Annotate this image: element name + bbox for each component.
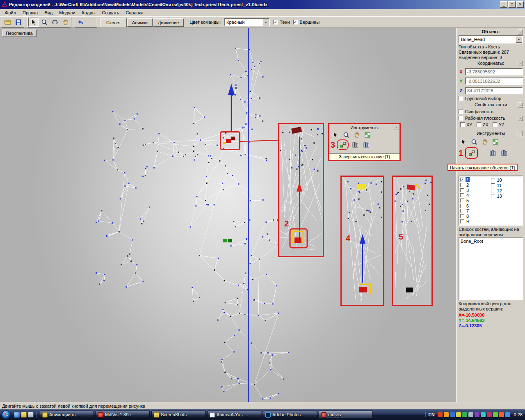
pan-tool-button[interactable] [60,18,71,27]
hand-icon [482,139,488,145]
team-color-select[interactable]: Красный [224,18,270,26]
plane-yz-checkbox[interactable]: YZ [493,122,504,127]
menu-view[interactable]: Вид [41,9,56,16]
status-bar: Двигайте мышь с зажатой левой кнопкой дл… [0,402,525,409]
collapse-button[interactable]: - [518,29,523,34]
select-tool-button[interactable] [28,18,39,27]
taskbar-button-photoshop[interactable]: Adobe Photos... [263,411,317,419]
object-panel: Объект: - Bone_Head Тип объекта - Кость … [456,28,525,402]
collapse-button[interactable]: - [518,116,523,121]
vertices-checkbox[interactable]: Вершины [293,20,320,25]
tab-anims[interactable]: Анимки [127,18,153,27]
tray-icon[interactable] [468,412,473,417]
surface-checkbox-11[interactable]: 11 [491,183,522,188]
panel-struct-tool[interactable] [488,149,497,157]
surface-checkbox-8[interactable]: 8 [460,214,491,219]
grid-icon [364,132,371,138]
maximize-button[interactable]: □ [508,1,516,8]
open-button[interactable] [2,18,13,27]
x-coordinate-row: X -3.785095692 [459,67,523,76]
tray-icon[interactable] [475,412,479,417]
redo-button[interactable] [86,18,96,27]
tray-icon[interactable] [444,412,449,417]
taskbar-button-screenshots[interactable]: ScreenShots [151,411,205,419]
language-indicator[interactable]: EN [428,412,434,417]
surface-checkbox-10[interactable]: 10 [491,177,522,183]
group-select-checkbox[interactable]: Групповой выбор [459,95,523,102]
start-linking-tool[interactable] [467,149,476,157]
tray-icon[interactable] [462,412,467,417]
tab-skeleton[interactable]: Скелет [100,18,127,27]
coord-center-values: X=-10.50000 Y=-14.64583 Z=-0.12305 [459,313,523,329]
taskbar-button-anims-notes[interactable]: Anims-A-Ya - ... [207,411,261,419]
quick-launch-folder-icon[interactable] [21,412,27,418]
surface-checkbox-12[interactable]: 12 [491,188,522,193]
bone-list-item[interactable]: Bone_Root [461,239,521,244]
vertices-label: Вершины [300,20,320,25]
y-coordinate-field[interactable]: -0.05131022632 [465,78,523,85]
work-plane-checkbox[interactable]: Рабочая плоскость - [459,115,523,121]
view-mode-label: Перспектива [2,30,37,37]
minimize-button[interactable]: _ [500,1,507,8]
zoom-tool-button[interactable] [39,18,49,27]
tray-icon[interactable] [487,412,492,417]
panel-pan-tool[interactable] [480,138,489,146]
shadows-checkbox[interactable]: Тени [273,20,290,25]
collapse-button[interactable]: - [518,102,523,107]
surface-checkbox-4[interactable]: 4 [460,193,491,198]
panel-zoom-tool[interactable] [469,138,479,146]
bones-listbox[interactable]: Bone_Root [459,237,523,300]
show-desktop-icon[interactable] [28,412,34,418]
collapse-button[interactable]: - [518,131,523,136]
tray-icon[interactable] [505,412,510,417]
tab-movement[interactable]: Движение [153,18,184,27]
taskbar-button-animations[interactable]: Анимации от ... [40,411,94,419]
surface-checkbox-9[interactable]: 9 [460,219,491,224]
menu-file[interactable]: Файл [2,9,19,16]
panel-struct-tool-2[interactable] [499,149,509,157]
plane-zx-checkbox[interactable]: ZX [477,122,488,127]
columns-icon [352,142,358,148]
synphase-checkbox[interactable]: Синфазность [459,108,523,115]
viewport[interactable]: Перспектива 2 Инструменты - 3 [0,28,456,402]
tray-icon[interactable] [456,412,461,417]
plane-xy-checkbox[interactable]: XY [460,122,472,127]
save-button[interactable] [13,18,23,27]
tray-icon[interactable] [493,412,498,417]
tray-icon[interactable] [499,412,504,417]
surface-checkbox-2[interactable]: 2 [460,183,491,188]
menu-help[interactable]: Справка [122,9,146,16]
taskbar-button-mdlvis-139c[interactable]: MdlVis 1.39c [96,411,150,419]
z-coordinate-field[interactable]: 84.41172028 [465,87,523,94]
menu-frames[interactable]: Кадры [79,9,99,16]
taskbar-button-mdlvis-active[interactable]: mdlvis [319,411,373,419]
collapse-button[interactable]: - [518,61,523,66]
tray-icon[interactable] [481,412,486,417]
surface-checkbox-5[interactable]: 5 [460,198,491,203]
rotate-tool-button[interactable] [50,18,60,27]
checkbox-icon [459,116,463,121]
menu-create[interactable]: Создать [99,9,123,16]
inset-wireframe [279,124,323,256]
surface-checkbox-6[interactable]: 6 [460,203,491,208]
x-coordinate-field[interactable]: -3.785095692 [465,68,523,75]
menu-edit[interactable]: Правка [19,9,41,16]
surface-checkbox-1[interactable]: 1 [460,177,491,183]
menu-modules[interactable]: Модули [56,9,78,16]
surface-checkbox-7[interactable]: 7 [460,208,491,214]
chevron-down-icon[interactable] [262,19,269,25]
tools-header: Инструменты - [459,130,523,137]
panel-cursor-tool[interactable] [459,138,468,146]
close-button[interactable]: ✕ [516,1,524,8]
clock[interactable]: 0:28 [514,412,523,417]
undo-button[interactable] [75,18,86,27]
tray-icon[interactable] [438,412,443,417]
surface-checkbox-3[interactable]: 3 [460,187,491,193]
panel-grid-tool[interactable] [491,138,500,146]
start-button[interactable] [2,410,11,419]
quick-launch-icon[interactable] [14,412,20,418]
chevron-down-icon[interactable] [516,36,522,43]
object-select[interactable]: Bone_Head [459,35,523,43]
surface-checkbox-13[interactable]: 13 [491,193,522,199]
tray-icon[interactable] [450,412,455,417]
